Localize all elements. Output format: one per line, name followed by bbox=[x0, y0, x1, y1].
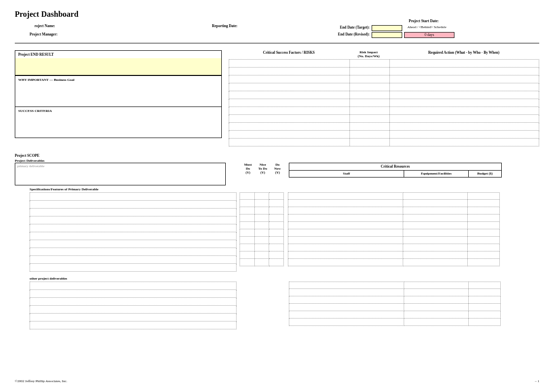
end-result-title: Project END RESULT bbox=[15, 51, 221, 58]
label-project-manager: Project Manager: bbox=[30, 32, 320, 38]
csf-header: Critical Success Factors / RISKS bbox=[229, 50, 349, 58]
page-title: Project Dashboard bbox=[15, 10, 539, 19]
label-end-date-target: End Date (Target): bbox=[320, 25, 370, 31]
end-date-target-input[interactable] bbox=[372, 25, 402, 31]
scope-title: Project SCOPE bbox=[15, 153, 539, 158]
risk-impact-header: Risk Impact(No. Days/Wk) bbox=[349, 50, 388, 58]
critical-resources-header: Critical Resources bbox=[289, 163, 502, 171]
must-nice-do-header: MustDo(Y) NiceTo Do(Y) DoNow(Y) bbox=[241, 163, 285, 175]
deliverables-label: Project Deliverables bbox=[15, 159, 539, 163]
success-criteria-title: SUCCESS CRITERIA bbox=[15, 107, 221, 115]
label-project-start: Project Start Date: bbox=[320, 19, 439, 23]
business-goal-input[interactable] bbox=[15, 84, 221, 107]
other-deliverables-table[interactable] bbox=[30, 282, 237, 329]
end-result-block: Project END RESULT WHY IMPORTANT — Busin… bbox=[15, 50, 222, 138]
other-resources-table[interactable] bbox=[289, 282, 501, 329]
budget-header: Budget ($) bbox=[469, 171, 501, 177]
required-action-header: Required Action (What - by Who - By When… bbox=[388, 50, 539, 58]
must-table[interactable] bbox=[240, 192, 284, 272]
spec-table[interactable] bbox=[30, 192, 237, 272]
spec-label: Specifications/Features of Primary Deliv… bbox=[30, 187, 539, 191]
equipment-header: Equipment/Facilities bbox=[404, 171, 469, 177]
label-end-date-revised: End Date (Revised): bbox=[320, 32, 370, 38]
label-schedule-status: Ahead / <Behind> Schedule bbox=[402, 25, 451, 31]
staff-header: Staff bbox=[289, 171, 404, 177]
other-deliverables-label: other project deliverables bbox=[30, 277, 539, 281]
divider bbox=[15, 43, 539, 43]
end-date-revised-input[interactable] bbox=[372, 32, 402, 38]
success-criteria-input[interactable] bbox=[15, 115, 221, 138]
primary-deliverable-input[interactable]: primary deliverable bbox=[15, 163, 226, 185]
end-result-input[interactable] bbox=[15, 58, 221, 75]
days-value: 0 days bbox=[404, 32, 454, 38]
risks-table bbox=[229, 59, 539, 146]
business-goal-title: WHY IMPORTANT — Business Goal bbox=[15, 75, 221, 84]
resources-table[interactable] bbox=[288, 192, 500, 272]
